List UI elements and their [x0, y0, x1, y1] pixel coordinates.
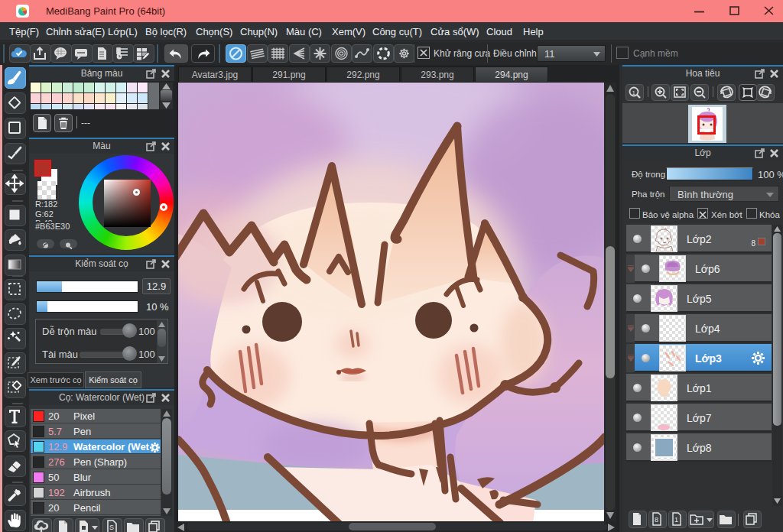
svg-text:8: 8 [655, 516, 658, 524]
svg-text:S: S [109, 524, 114, 531]
svg-text:1: 1 [632, 89, 636, 96]
svg-text:1: 1 [674, 516, 678, 524]
